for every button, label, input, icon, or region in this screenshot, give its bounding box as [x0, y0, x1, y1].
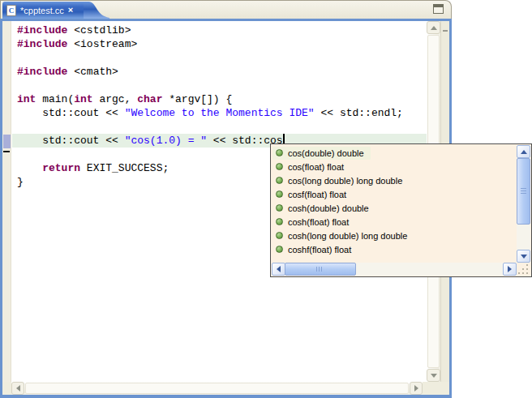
code-line: #include <cmath> [17, 65, 427, 79]
popup-horizontal-thumb[interactable] [285, 263, 356, 276]
code-token: <cmath> [67, 66, 118, 78]
code-token: "Welcome to the Momentics IDE" [125, 107, 315, 119]
completion-item-label: coshf(float) float [288, 245, 351, 255]
code-token: <cstdlib> [67, 24, 131, 36]
content-assist-popup: cos(double) doublecos(float) floatcos(lo… [270, 143, 532, 277]
code-token [17, 162, 42, 174]
completion-item-selected[interactable]: cos(double) double [272, 147, 371, 160]
scroll-down-icon[interactable] [427, 369, 440, 382]
code-token: <iostream> [67, 38, 137, 50]
completion-item-label: cos(long double) long double [288, 176, 402, 186]
editor-tab-strip: C *cpptest.cc × [0, 0, 452, 19]
public-method-icon [276, 163, 283, 170]
scroll-up-icon[interactable] [427, 21, 440, 34]
code-token: return [42, 162, 80, 174]
completion-item-label: cosh(float) float [288, 217, 349, 227]
public-method-icon [276, 177, 283, 184]
completion-item[interactable]: cosh(float) float [272, 215, 516, 229]
tab-curve [84, 2, 109, 19]
editor-horizontal-scrollbar[interactable] [11, 382, 423, 395]
public-method-icon [276, 149, 283, 156]
code-token: #include [17, 66, 67, 78]
scroll-right-icon[interactable] [410, 382, 423, 395]
close-icon[interactable]: × [68, 6, 73, 15]
annotation-ruler[interactable] [2, 21, 11, 382]
code-token: *argv[]) { [162, 93, 232, 105]
completion-item-label: cos(double) double [288, 148, 364, 158]
completion-item-body[interactable]: coshf(float) float [272, 243, 358, 256]
overview-annotation [443, 30, 448, 32]
code-line: #include <cstdlib> [17, 24, 427, 37]
completion-item-body[interactable]: cosh(long double) long double [272, 229, 414, 242]
completion-item-label: cosf(float) float [288, 190, 346, 199]
scrollbar-corner [423, 382, 449, 395]
completion-list[interactable]: cos(double) doublecos(float) floatcos(lo… [272, 146, 516, 262]
public-method-icon [276, 232, 283, 239]
code-token: "cos(1.0) = " [125, 135, 207, 147]
code-token: #include [17, 24, 67, 36]
scroll-up-icon[interactable] [517, 145, 530, 158]
code-token: main( [36, 93, 74, 105]
completion-item-label: cosh(double) double [288, 203, 369, 213]
completion-item[interactable]: cosh(double) double [272, 201, 516, 215]
range-indicator [3, 151, 10, 152]
code-token: << std::endl; [315, 107, 403, 119]
code-line: #include <iostream> [17, 37, 427, 51]
maximize-view-icon[interactable] [433, 4, 444, 14]
code-token: std::cout << [17, 135, 125, 147]
completion-item-label: cos(float) float [288, 162, 344, 172]
completion-item-label: cosh(long double) long double [288, 231, 407, 241]
popup-vertical-scrollbar[interactable] [517, 145, 530, 263]
popup-vertical-thumb[interactable] [517, 158, 530, 225]
code-line: std::cout << "Welcome to the Momentics I… [17, 106, 427, 120]
workbench: C *cpptest.cc × [0, 0, 532, 398]
code-token: #include [17, 38, 67, 50]
tab-title: *cpptest.cc [20, 6, 64, 15]
code-token: argc, [93, 93, 138, 105]
tab-cpptest[interactable]: C *cpptest.cc × [2, 2, 84, 19]
horizontal-scroll-thumb[interactable] [25, 383, 409, 394]
completion-item-body[interactable]: cosh(double) double [272, 202, 375, 215]
code-line [17, 120, 427, 134]
code-line [17, 79, 427, 92]
code-token: int [74, 93, 92, 105]
completion-item[interactable]: cosf(float) float [272, 187, 516, 201]
completion-item[interactable]: cosh(long double) long double [272, 229, 516, 242]
completion-item[interactable]: cos(float) float [272, 160, 516, 173]
code-token: std::cout << [17, 107, 125, 119]
code-line [17, 51, 427, 65]
code-token: EXIT_SUCCESS; [80, 162, 169, 174]
completion-item-body[interactable]: cos(long double) long double [272, 174, 409, 187]
scroll-left-icon[interactable] [272, 263, 285, 276]
completion-item[interactable]: coshf(float) float [272, 242, 516, 256]
completion-item-body[interactable]: cosf(float) float [272, 188, 353, 201]
scrollbar-corner [2, 382, 11, 395]
cpp-file-icon: C [6, 5, 16, 16]
completion-item[interactable]: cos(long double) long double [272, 173, 516, 187]
completion-item-body[interactable]: cosh(float) float [272, 216, 355, 229]
code-token: int [17, 93, 36, 105]
public-method-icon [276, 246, 283, 253]
code-token: } [17, 176, 24, 188]
code-token: char [137, 93, 162, 105]
completion-item-body[interactable]: cos(float) float [272, 160, 350, 173]
code-line: int main(int argc, char *argv[]) { [17, 92, 427, 106]
scroll-right-icon[interactable] [503, 263, 517, 276]
public-method-icon [276, 204, 283, 212]
scroll-down-icon[interactable] [517, 250, 530, 263]
scroll-left-icon[interactable] [11, 382, 24, 395]
completion-item[interactable]: cos(double) double [272, 146, 516, 160]
resize-grip[interactable] [517, 263, 530, 276]
public-method-icon [276, 218, 283, 225]
popup-horizontal-scrollbar[interactable] [272, 263, 517, 276]
public-method-icon [276, 190, 283, 198]
current-line-annotation [3, 135, 11, 148]
